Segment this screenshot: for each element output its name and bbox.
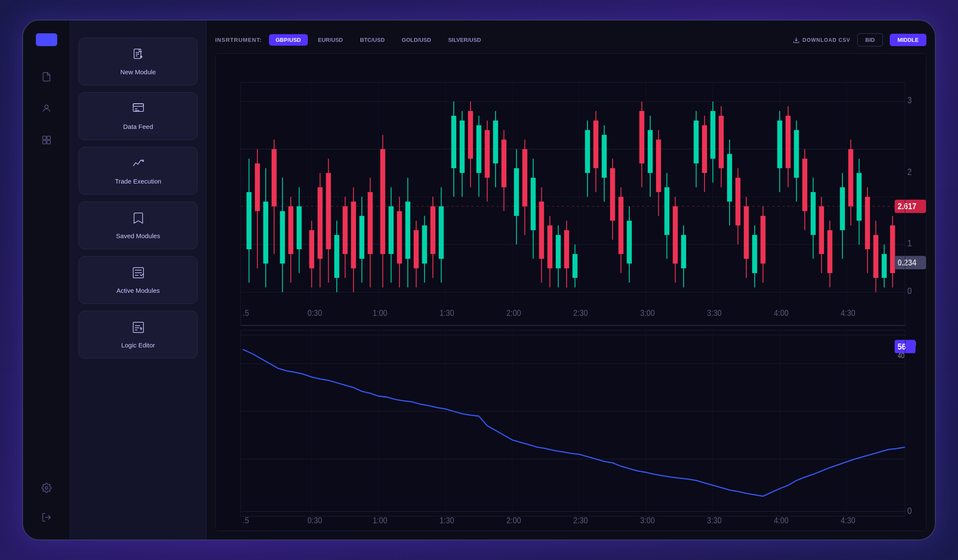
new-module-icon (131, 47, 145, 64)
svg-text:3:30: 3:30 (707, 308, 721, 318)
tab-btc-usd[interactable]: BTC/USD (353, 34, 391, 46)
svg-text:1:00: 1:00 (373, 516, 387, 525)
download-csv-button[interactable]: DOWNLOAD CSV (793, 37, 850, 44)
svg-rect-180 (681, 235, 686, 268)
svg-rect-21 (133, 322, 143, 332)
svg-rect-86 (263, 201, 269, 263)
svg-rect-208 (811, 192, 816, 235)
data-feed-button[interactable]: Data Feed (79, 92, 198, 140)
svg-rect-160 (593, 120, 599, 168)
svg-text:4:00: 4:00 (774, 516, 789, 525)
svg-rect-182 (694, 120, 699, 163)
logo (36, 33, 57, 46)
chart-container: 3 2 1 0 .5 0:30 1:00 1:30 2:00 2:30 3:00… (215, 53, 926, 531)
svg-rect-144 (522, 149, 527, 206)
svg-text:2.617: 2.617 (897, 201, 916, 211)
active-modules-icon (131, 266, 145, 283)
svg-rect-198 (760, 216, 765, 264)
logic-editor-icon (131, 321, 145, 337)
svg-rect-146 (531, 178, 536, 230)
svg-rect-172 (648, 130, 653, 173)
svg-rect-214 (840, 187, 845, 230)
svg-rect-122 (422, 225, 427, 263)
active-modules-label: Active Modules (117, 287, 160, 294)
svg-rect-164 (610, 168, 615, 221)
svg-text:0.234: 0.234 (897, 258, 917, 267)
svg-text:2:30: 2:30 (573, 516, 588, 525)
active-modules-button[interactable]: Active Modules (79, 256, 198, 304)
svg-rect-206 (802, 159, 807, 211)
svg-text:56: 56 (897, 341, 906, 351)
svg-rect-158 (585, 130, 590, 173)
svg-rect-128 (451, 116, 456, 168)
svg-rect-4 (47, 140, 50, 144)
svg-rect-168 (627, 221, 632, 264)
svg-text:2:00: 2:00 (506, 516, 521, 525)
svg-rect-82 (246, 192, 251, 249)
svg-rect-174 (656, 140, 661, 192)
svg-rect-154 (564, 230, 569, 268)
layers-icon[interactable] (37, 131, 56, 149)
svg-rect-162 (602, 135, 607, 178)
svg-rect-142 (514, 168, 519, 216)
svg-text:4:30: 4:30 (841, 516, 855, 525)
svg-rect-176 (664, 187, 669, 235)
svg-rect-166 (619, 197, 624, 254)
tab-eur-usd[interactable]: EUR/USD (311, 34, 350, 46)
instrument-tabs: GBP/USD EUR/USD BTC/USD GOLD/USD SILVER/… (269, 34, 488, 46)
tab-silver-usd[interactable]: SILVER/USD (441, 34, 488, 46)
svg-rect-1 (43, 136, 46, 140)
svg-text:1:00: 1:00 (373, 308, 387, 318)
svg-text:3:00: 3:00 (640, 516, 654, 525)
svg-text:3: 3 (907, 95, 912, 105)
instrument-label: INSRTRUMENT: (215, 37, 262, 43)
svg-rect-130 (460, 120, 465, 173)
svg-rect-110 (368, 192, 373, 254)
middle-button[interactable]: MIDDLE (890, 34, 926, 46)
svg-point-5 (45, 487, 48, 489)
tab-gbp-usd[interactable]: GBP/USD (269, 34, 308, 46)
svg-rect-170 (640, 111, 645, 163)
svg-rect-100 (326, 173, 331, 249)
svg-rect-112 (380, 149, 386, 254)
svg-text:2:00: 2:00 (506, 308, 521, 318)
svg-rect-150 (547, 225, 552, 268)
svg-rect-138 (493, 120, 498, 163)
new-module-button[interactable]: New Module (79, 38, 198, 85)
svg-text:1: 1 (907, 238, 912, 248)
trade-execution-button[interactable]: Trade Execution (79, 147, 198, 195)
logic-editor-button[interactable]: Logic Editor (79, 311, 198, 359)
svg-rect-92 (288, 206, 293, 254)
svg-rect-134 (476, 125, 482, 173)
tab-gold-usd[interactable]: GOLD/USD (395, 34, 438, 46)
svg-rect-194 (744, 206, 749, 259)
svg-rect-3 (43, 140, 46, 144)
new-module-label: New Module (120, 68, 156, 76)
bid-button[interactable]: BID (857, 33, 883, 47)
user-icon[interactable] (37, 99, 56, 118)
svg-rect-220 (865, 197, 870, 249)
trade-execution-label: Trade Execution (115, 178, 161, 185)
svg-rect-88 (272, 149, 277, 206)
svg-text:3:00: 3:00 (640, 308, 654, 318)
svg-point-0 (45, 105, 48, 108)
svg-text:0: 0 (907, 505, 912, 516)
svg-rect-210 (819, 206, 824, 254)
settings-icon[interactable] (37, 478, 56, 497)
saved-modules-button[interactable]: Saved Modules (79, 201, 198, 249)
svg-rect-218 (857, 173, 862, 221)
logout-icon[interactable] (37, 508, 56, 527)
svg-text:0:30: 0:30 (307, 308, 322, 318)
svg-rect-152 (556, 235, 561, 268)
logic-editor-label: Logic Editor (121, 341, 155, 349)
menu-sidebar: New Module Data Feed Trade Execution (70, 20, 207, 540)
svg-rect-126 (439, 206, 444, 259)
svg-rect-132 (468, 111, 473, 159)
svg-text:2: 2 (907, 166, 912, 177)
svg-rect-178 (673, 206, 678, 263)
svg-rect-136 (485, 130, 490, 178)
svg-rect-124 (430, 206, 435, 254)
svg-rect-200 (777, 120, 783, 168)
document-icon[interactable] (37, 67, 56, 86)
svg-text:1:30: 1:30 (440, 308, 454, 318)
